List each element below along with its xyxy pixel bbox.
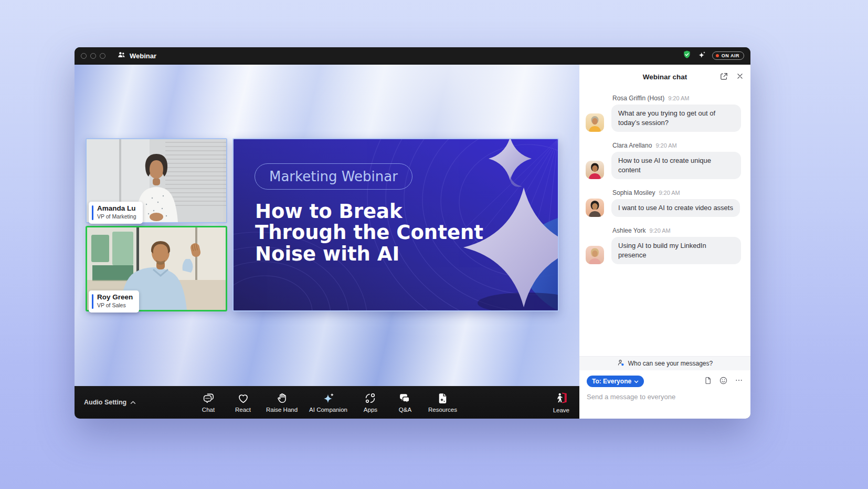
meeting-toolbar: Audio Setting — [75, 386, 579, 419]
on-air-badge: ON AIR — [712, 51, 744, 60]
slide-badge: Marketing Webinar — [255, 163, 412, 190]
participant-name: Amanda Lu — [97, 204, 136, 213]
raised-hand-icon — [276, 392, 289, 405]
chat-message-list[interactable]: Rosa Griffin (Host)9:20 AM What are you … — [579, 89, 750, 356]
on-air-dot — [716, 54, 719, 57]
pop-out-icon[interactable] — [719, 72, 728, 82]
verified-shield-icon[interactable] — [682, 50, 692, 61]
avatar — [586, 246, 604, 264]
chat-message: Rosa Griffin (Host)9:20 AM What are you … — [586, 95, 741, 132]
slide-title: How to Break Through the Content Noise w… — [255, 201, 483, 265]
avatar — [586, 199, 604, 217]
webinar-chat-panel: Webinar chat — [579, 65, 750, 419]
privacy-note[interactable]: Who can see your messages? — [579, 356, 750, 370]
emoji-icon[interactable] — [719, 376, 728, 387]
chat-bubbles-icon — [202, 392, 215, 405]
webinar-window: Webinar ON AIR — [75, 47, 750, 419]
window-zoom-button[interactable] — [100, 53, 105, 59]
name-tag-roy: Roy Green VP of Sales — [89, 290, 139, 313]
video-stage: Amanda Lu VP of Marketing Roy Green VP o… — [75, 65, 579, 419]
message-author: Sophia Mosiley — [612, 189, 655, 196]
resources-button[interactable]: Resources — [422, 392, 463, 413]
message-time: 9:20 AM — [649, 227, 670, 234]
to-everyone-selector[interactable]: To: Everyone — [587, 376, 644, 387]
qa-bubbles-icon — [398, 392, 411, 405]
shared-slide: Marketing Webinar How to Break Through t… — [232, 138, 559, 311]
compose-row: To: Everyone — [579, 370, 750, 387]
message-bubble: Using AI to build my LinkedIn presence — [611, 237, 741, 264]
apps-button[interactable]: Apps — [353, 392, 388, 413]
chat-message: Clara Arellano9:20 AM How to use AI to c… — [586, 142, 741, 179]
apps-circles-icon — [364, 392, 377, 405]
participant-name: Roy Green — [97, 293, 133, 302]
qa-button[interactable]: Q&A — [388, 392, 422, 413]
message-bubble: What are you trying to get out of today’… — [611, 105, 741, 132]
leave-door-icon — [555, 391, 568, 405]
app-title: Webinar — [117, 51, 156, 60]
document-sparkle-icon — [436, 392, 449, 405]
participant-role: VP of Marketing — [97, 213, 136, 221]
avatar — [586, 113, 604, 132]
participants-icon — [117, 51, 126, 60]
message-time: 9:20 AM — [659, 190, 680, 196]
leave-button[interactable]: Leave — [553, 386, 569, 419]
chevron-down-icon — [634, 378, 639, 385]
sparkle-icon — [322, 392, 335, 405]
chat-button[interactable]: Chat — [191, 392, 226, 413]
close-icon[interactable] — [736, 72, 744, 81]
message-time: 9:20 AM — [668, 95, 689, 101]
chat-message: Sophia Mosiley9:20 AM I want to use AI t… — [586, 189, 741, 217]
chat-message-input[interactable] — [579, 387, 750, 419]
react-button[interactable]: React — [226, 392, 260, 413]
name-tag-amanda: Amanda Lu VP of Marketing — [89, 202, 143, 224]
message-author: Rosa Griffin (Host) — [612, 95, 664, 102]
desktop: Webinar ON AIR — [0, 0, 868, 489]
audio-setting-button[interactable]: Audio Setting — [84, 399, 136, 406]
message-time: 9:20 AM — [655, 142, 676, 149]
message-author: Clara Arellano — [612, 142, 652, 149]
chevron-up-icon — [130, 399, 136, 406]
titlebar: Webinar ON AIR — [75, 47, 750, 65]
raise-hand-button[interactable]: Raise Hand — [260, 392, 303, 413]
message-bubble: I want to use AI to create video assets — [611, 199, 740, 217]
window-close-button[interactable] — [81, 53, 87, 59]
window-minimize-button[interactable] — [90, 53, 96, 59]
avatar — [586, 161, 604, 179]
chat-panel-title: Webinar chat — [643, 73, 687, 81]
participant-role: VP of Sales — [97, 302, 133, 309]
message-bubble: How to use AI to create unique content — [611, 152, 741, 179]
message-author: Ashlee York — [612, 227, 645, 234]
ai-companion-button[interactable]: AI Companion — [303, 392, 353, 413]
more-options-icon[interactable] — [735, 376, 743, 387]
file-icon[interactable] — [704, 376, 712, 387]
chat-message: Ashlee York9:20 AM Using AI to build my … — [586, 227, 741, 264]
person-privacy-icon — [617, 359, 625, 368]
heart-icon — [237, 392, 250, 405]
window-title: Webinar — [130, 52, 156, 60]
ai-sparkle-icon[interactable] — [697, 50, 706, 61]
window-controls — [81, 53, 105, 59]
